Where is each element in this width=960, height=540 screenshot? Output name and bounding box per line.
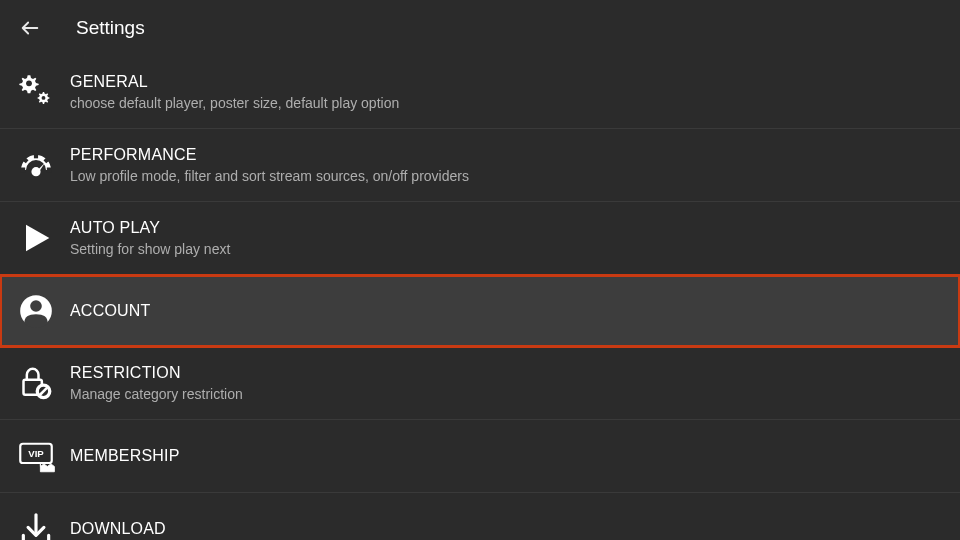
text-column: DOWNLOAD	[70, 519, 166, 540]
svg-point-10	[30, 300, 42, 312]
text-column: MEMBERSHIP	[70, 446, 180, 467]
back-button[interactable]	[16, 14, 44, 42]
lock-restriction-icon	[14, 361, 58, 405]
svg-point-8	[31, 167, 40, 176]
item-subtitle: Low profile mode, filter and sort stream…	[70, 167, 469, 185]
text-column: ACCOUNT	[70, 301, 151, 322]
text-column: AUTO PLAY Setting for show play next	[70, 218, 230, 259]
item-subtitle: Setting for show play next	[70, 240, 230, 258]
svg-point-1	[26, 80, 32, 86]
arrow-left-icon	[19, 17, 41, 39]
settings-item-performance[interactable]: PERFORMANCE Low profile mode, filter and…	[0, 129, 960, 202]
vip-icon: VIP	[14, 434, 58, 478]
settings-item-restriction[interactable]: RESTRICTION Manage category restriction	[0, 347, 960, 420]
settings-list: GENERAL choose default player, poster si…	[0, 56, 960, 540]
item-subtitle: choose default player, poster size, defa…	[70, 94, 399, 112]
item-title: PERFORMANCE	[70, 145, 469, 166]
settings-item-download[interactable]: DOWNLOAD	[0, 493, 960, 540]
settings-item-auto-play[interactable]: AUTO PLAY Setting for show play next	[0, 202, 960, 275]
item-title: GENERAL	[70, 72, 399, 93]
text-column: PERFORMANCE Low profile mode, filter and…	[70, 145, 469, 186]
play-icon	[14, 216, 58, 260]
svg-text:VIP: VIP	[28, 448, 44, 459]
gauge-icon	[14, 143, 58, 187]
header: Settings	[0, 0, 960, 56]
item-subtitle: Manage category restriction	[70, 385, 243, 403]
svg-rect-3	[20, 168, 25, 173]
gears-icon	[14, 70, 58, 114]
page-title: Settings	[76, 17, 145, 39]
settings-item-account[interactable]: ACCOUNT	[0, 275, 960, 347]
svg-rect-7	[34, 154, 38, 158]
item-title: RESTRICTION	[70, 363, 243, 384]
item-title: MEMBERSHIP	[70, 446, 180, 467]
item-title: AUTO PLAY	[70, 218, 230, 239]
download-icon	[14, 507, 58, 540]
settings-item-membership[interactable]: VIP MEMBERSHIP	[0, 420, 960, 493]
item-title: DOWNLOAD	[70, 519, 166, 540]
text-column: RESTRICTION Manage category restriction	[70, 363, 243, 404]
svg-point-2	[42, 96, 46, 100]
item-title: ACCOUNT	[70, 301, 151, 322]
svg-rect-4	[47, 168, 52, 173]
account-icon	[14, 289, 58, 333]
settings-item-general[interactable]: GENERAL choose default player, poster si…	[0, 56, 960, 129]
text-column: GENERAL choose default player, poster si…	[70, 72, 399, 113]
